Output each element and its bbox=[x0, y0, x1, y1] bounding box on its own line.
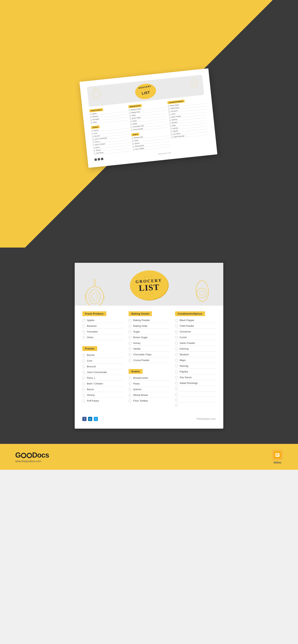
tilted-grains-label: Grains bbox=[131, 133, 139, 136]
item-text: Chocolate Chips bbox=[133, 353, 169, 356]
linkedin-icon[interactable]: in bbox=[88, 417, 92, 421]
condiments-label: Condiments/Spices bbox=[175, 311, 205, 316]
item-checkbox[interactable] bbox=[175, 330, 178, 333]
item-checkbox[interactable] bbox=[129, 342, 131, 344]
grocery-item: Bananas bbox=[82, 324, 123, 329]
item-checkbox[interactable] bbox=[175, 404, 178, 406]
item-text: Mustard bbox=[180, 353, 216, 356]
item-checkbox[interactable] bbox=[175, 382, 178, 384]
slides-label: Slides bbox=[273, 461, 281, 464]
item-checkbox[interactable] bbox=[175, 336, 178, 339]
item-text: Soy Sauce bbox=[180, 376, 216, 379]
item-text: Nutmeg bbox=[180, 364, 216, 367]
grocery-item: Breadcrumbs bbox=[129, 376, 169, 381]
item-text: Paprika bbox=[180, 370, 216, 373]
item-text: Flour Tortillas bbox=[133, 399, 169, 402]
item-checkbox[interactable] bbox=[82, 319, 85, 322]
item-checkbox[interactable] bbox=[129, 319, 131, 322]
grocery-item: Nutmeg bbox=[175, 364, 216, 369]
item-checkbox[interactable] bbox=[82, 400, 85, 402]
item-checkbox[interactable] bbox=[175, 387, 178, 390]
badge-container: · · · GROCERY LIST · · · bbox=[80, 270, 218, 300]
grocery-item: Quinoa bbox=[129, 388, 169, 392]
grocery-item: Pasta bbox=[129, 382, 169, 386]
item-checkbox[interactable] bbox=[175, 398, 178, 401]
grocery-item: Salad Dressings bbox=[175, 382, 216, 386]
item-checkbox[interactable] bbox=[82, 388, 85, 391]
item-checkbox[interactable] bbox=[129, 377, 131, 379]
grocery-item: Cinnamon bbox=[175, 330, 216, 334]
badge-dots-left: · · · bbox=[144, 274, 153, 278]
item-checkbox[interactable] bbox=[129, 353, 131, 356]
item-checkbox[interactable] bbox=[129, 348, 131, 350]
item-checkbox[interactable] bbox=[82, 354, 85, 356]
item-checkbox[interactable] bbox=[82, 365, 85, 368]
grocery-item: Pizza :) bbox=[82, 376, 123, 381]
item-checkbox[interactable] bbox=[175, 359, 178, 362]
item-checkbox[interactable] bbox=[82, 325, 85, 327]
svg-point-1 bbox=[94, 91, 99, 98]
item-checkbox[interactable] bbox=[175, 342, 178, 344]
column-3: Condiments/Spices Black Pepper Chilli Po… bbox=[175, 311, 216, 409]
grocery-item: Paprika bbox=[175, 370, 216, 374]
item-checkbox[interactable] bbox=[129, 325, 131, 327]
item-checkbox[interactable] bbox=[129, 382, 131, 385]
item-checkbox[interactable] bbox=[129, 336, 131, 339]
item-text: Bananas bbox=[87, 324, 123, 327]
item-checkbox[interactable] bbox=[175, 370, 178, 373]
item-checkbox[interactable] bbox=[129, 400, 131, 402]
item-text: Cocoa Powder bbox=[133, 359, 169, 362]
grocery-item-empty bbox=[175, 393, 216, 397]
item-text: Baking Soda bbox=[133, 324, 169, 327]
item-text: Puff Pastry bbox=[87, 399, 123, 402]
item-checkbox[interactable] bbox=[82, 394, 85, 396]
item-checkbox[interactable] bbox=[129, 359, 131, 362]
item-text: Breadcrumbs bbox=[133, 376, 169, 379]
bottom-branding: GDocs www.thegoodocs.com Slides bbox=[0, 444, 298, 470]
item-checkbox[interactable] bbox=[175, 348, 178, 350]
item-checkbox[interactable] bbox=[175, 393, 178, 396]
item-text: Cumin bbox=[180, 336, 216, 339]
item-text: Chilli Powder bbox=[180, 324, 216, 327]
freezer-label: Freezer bbox=[82, 346, 97, 351]
svg-rect-11 bbox=[276, 454, 278, 455]
footer-url: TheGoodocs.com bbox=[196, 418, 216, 420]
grocery-item: Shrimp bbox=[82, 394, 123, 398]
item-checkbox[interactable] bbox=[129, 330, 131, 333]
tilted-col-1: Fresh Produce Apples Bananas Avocados On… bbox=[89, 106, 132, 162]
item-checkbox[interactable] bbox=[175, 376, 178, 379]
item-checkbox[interactable] bbox=[82, 377, 85, 379]
grocery-item: Broccoli bbox=[82, 365, 123, 369]
item-checkbox[interactable] bbox=[82, 371, 85, 374]
grocery-badge: · · · GROCERY LIST · · · bbox=[129, 270, 169, 301]
document: · · · GROCERY LIST · · · Fresh Produce A… bbox=[75, 263, 223, 429]
item-text: Corn bbox=[87, 359, 123, 362]
item-checkbox[interactable] bbox=[175, 365, 178, 367]
item-checkbox[interactable] bbox=[82, 330, 85, 333]
item-text: Quinoa bbox=[133, 388, 169, 391]
item-checkbox[interactable] bbox=[82, 336, 85, 339]
grocery-item: Baking Soda bbox=[129, 324, 169, 329]
slides-badge: Slides bbox=[272, 450, 283, 464]
facebook-icon[interactable]: f bbox=[82, 417, 87, 421]
item-text: Apples bbox=[87, 319, 123, 322]
svg-point-2 bbox=[192, 80, 197, 85]
item-checkbox[interactable] bbox=[175, 353, 178, 356]
item-text: Mayo bbox=[180, 359, 216, 362]
item-checkbox[interactable] bbox=[82, 382, 85, 385]
twitter-icon[interactable]: t bbox=[94, 417, 98, 421]
item-checkbox[interactable] bbox=[129, 394, 131, 396]
column-2: Baking Goods Baking Powder Baking Soda S… bbox=[129, 311, 169, 409]
item-text: Avocados bbox=[87, 330, 123, 333]
item-checkbox[interactable] bbox=[175, 319, 178, 322]
top-section: GROCERY · · · LIST Fresh Produce Apples … bbox=[0, 0, 298, 248]
grocery-item: Puff Pastry bbox=[82, 399, 123, 403]
grocery-item: Mustard bbox=[175, 353, 216, 357]
item-checkbox[interactable] bbox=[129, 388, 131, 391]
item-text: Vanilla bbox=[133, 347, 169, 350]
grocery-item: Vanilla bbox=[129, 347, 169, 352]
item-checkbox[interactable] bbox=[82, 360, 85, 362]
item-text: Salad Dressings bbox=[180, 382, 216, 384]
item-checkbox[interactable] bbox=[175, 325, 178, 327]
baking-goods-label: Baking Goods bbox=[129, 311, 152, 316]
